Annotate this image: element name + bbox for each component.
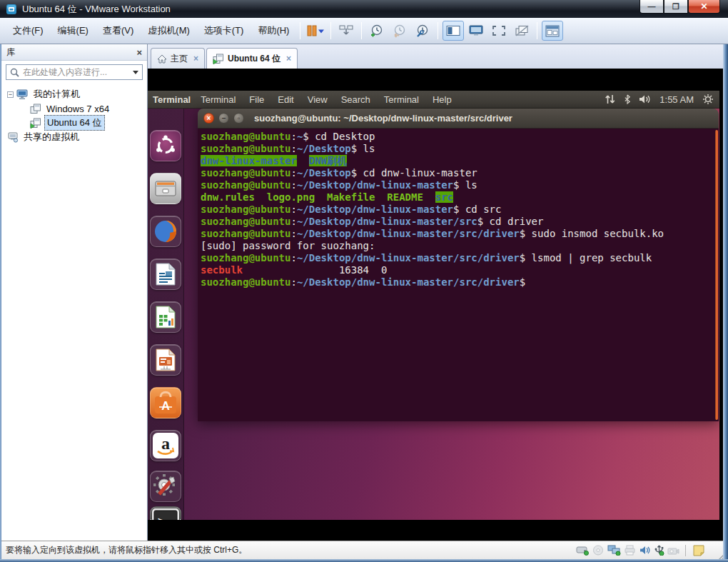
close-button[interactable]: ✕	[688, 0, 720, 14]
library-search-input[interactable]: 在此处键入内容进行...	[6, 64, 143, 80]
vm-tree: −我的计算机 Windows 7 x64 Ubuntu 64 位 共享的虚拟机	[1, 84, 147, 144]
take-snapshot-button[interactable]	[366, 21, 388, 41]
vm-icon	[30, 104, 41, 114]
terminal-minimize-icon[interactable]: –	[218, 113, 229, 124]
tree-item-my-computer[interactable]: −我的计算机	[1, 87, 147, 101]
menu-item-4[interactable]: 选项卡(T)	[197, 21, 251, 41]
launcher-libreoffice-calc-icon[interactable]	[150, 301, 181, 333]
toolbar-separator	[537, 22, 537, 39]
tab-ubuntu[interactable]: Ubuntu 64 位 ×	[206, 48, 298, 69]
vm-running-icon	[213, 54, 224, 64]
network-adapter-icon[interactable]	[607, 545, 621, 556]
home-icon	[157, 54, 167, 64]
maximize-button[interactable]: ❐	[664, 0, 688, 14]
terminal-line: suozhang@ubuntu:~/Desktop/dnw-linux-mast…	[201, 276, 719, 288]
search-icon	[10, 68, 19, 77]
menu-bar: 文件(F)编辑(E)查看(V)虚拟机(M)选项卡(T)帮助(H)	[6, 21, 296, 41]
launcher-libreoffice-impress-icon[interactable]	[150, 344, 181, 376]
launcher-software-center-icon[interactable]: A	[150, 387, 181, 418]
terminal-body[interactable]: suozhang@ubuntu:~$ cd Desktopsuozhang@ub…	[198, 129, 719, 421]
tree-item-windows7[interactable]: Windows 7 x64	[1, 101, 147, 116]
terminal-line: suozhang@ubuntu:~/Desktop/dnw-linux-mast…	[201, 252, 719, 264]
launcher-terminal-icon[interactable]: >_	[150, 506, 181, 520]
terminal-line: suozhang@ubuntu:~/Desktop/dnw-linux-mast…	[201, 228, 719, 240]
terminal-close-icon[interactable]: ×	[203, 113, 214, 124]
pause-button[interactable]	[305, 21, 326, 41]
tree-expander[interactable]: −	[7, 91, 14, 98]
launcher-dash-icon[interactable]	[150, 130, 181, 161]
session-gear-icon[interactable]	[702, 94, 714, 105]
menu-item-5[interactable]: 帮助(H)	[251, 21, 296, 41]
toolbar-separator	[300, 22, 300, 39]
panel-app-title: Terminal	[153, 94, 191, 105]
terminal-line: dnw.rules logo.png Makefile README src	[201, 191, 719, 204]
launcher-system-settings-icon[interactable]	[150, 471, 181, 502]
panel-menu-5[interactable]: Terminal	[384, 94, 419, 105]
tab-close-icon[interactable]: ×	[286, 54, 291, 64]
tab-home[interactable]: 主页 ×	[151, 48, 205, 69]
revert-snapshot-button[interactable]	[389, 21, 410, 41]
panel-menu-4[interactable]: Search	[341, 94, 370, 105]
tree-item-shared-vms[interactable]: 共享的虚拟机	[1, 130, 147, 144]
svg-text:A: A	[161, 400, 170, 412]
window-frame-left	[0, 44, 1, 559]
terminal-line: suozhang@ubuntu:~/Desktop/dnw-linux-mast…	[201, 179, 719, 191]
volume-icon[interactable]	[639, 94, 652, 104]
show-sidebar-button[interactable]	[443, 21, 464, 41]
library-title: 库	[6, 46, 15, 59]
toolbar-buttons	[304, 21, 564, 41]
tab-close-icon[interactable]: ×	[193, 54, 198, 64]
snapshot-manager-button[interactable]	[412, 21, 433, 41]
camera-icon[interactable]	[667, 546, 679, 556]
menu-item-3[interactable]: 虚拟机(M)	[141, 21, 197, 41]
network-updown-icon[interactable]	[605, 94, 616, 104]
menu-item-0[interactable]: 文件(F)	[6, 21, 51, 41]
send-ctrl-alt-del-button[interactable]	[335, 21, 357, 41]
panel-menu-6[interactable]: Help	[433, 94, 452, 105]
fullscreen-button[interactable]	[488, 21, 510, 41]
menu-item-2[interactable]: 查看(V)	[96, 21, 141, 41]
terminal-line: dnw-linux-master DNW刷机	[201, 155, 719, 167]
menu-item-1[interactable]: 编辑(E)	[51, 21, 96, 41]
panel-tray	[605, 94, 659, 104]
terminal-line: secbulk 16384 0	[201, 264, 719, 276]
panel-menu-2[interactable]: Edit	[278, 94, 293, 105]
launcher-firefox-icon[interactable]	[150, 216, 181, 247]
shared-icon	[7, 132, 19, 143]
usb-icon[interactable]	[654, 545, 664, 556]
terminal-maximize-icon[interactable]: ▫	[233, 113, 244, 124]
ubuntu-top-panel: Terminal TerminalFileEditViewSearchTermi…	[148, 91, 719, 109]
tree-item-label: Windows 7 x64	[44, 103, 111, 115]
vm-running-icon	[30, 118, 41, 129]
cd-rom-icon[interactable]	[592, 545, 605, 556]
statusbar-separator	[685, 545, 686, 556]
window-frame-right	[723, 44, 728, 559]
panel-menu-3[interactable]: View	[308, 94, 328, 105]
panel-menus: TerminalFileEditViewSearchTerminalHelp	[201, 94, 465, 105]
terminal-titlebar: × – ▫ suozhang@ubuntu: ~/Desktop/dnw-lin…	[198, 109, 719, 129]
message-log-icon[interactable]	[693, 545, 704, 556]
launcher-files-icon[interactable]	[150, 173, 181, 204]
bluetooth-icon[interactable]	[624, 94, 631, 104]
unity-button[interactable]	[511, 21, 532, 41]
tree-item-ubuntu64[interactable]: Ubuntu 64 位	[1, 116, 147, 130]
terminal-scrollbar[interactable]	[715, 130, 718, 420]
launcher-libreoffice-writer-icon[interactable]	[150, 259, 181, 290]
device-status-icons	[573, 545, 704, 556]
terminal-line: suozhang@ubuntu:~/Desktop/dnw-linux-mast…	[201, 216, 719, 228]
launcher-amazon-icon[interactable]: a	[150, 430, 181, 461]
hard-disk-icon[interactable]	[576, 545, 590, 556]
library-toggle-button[interactable]	[542, 21, 563, 41]
search-placeholder: 在此处键入内容进行...	[23, 66, 131, 79]
panel-menu-1[interactable]: File	[249, 94, 264, 105]
search-dropdown-icon[interactable]	[131, 66, 140, 78]
console-view-button[interactable]	[465, 21, 487, 41]
library-close-icon[interactable]: ×	[136, 48, 142, 57]
minimize-button[interactable]: —	[639, 0, 664, 14]
terminal-title: suozhang@ubuntu: ~/Desktop/dnw-linux-mas…	[254, 113, 512, 124]
panel-menu-0[interactable]: Terminal	[201, 94, 236, 105]
tree-item-label: 共享的虚拟机	[21, 130, 81, 144]
printer-icon[interactable]	[624, 545, 636, 556]
sound-icon[interactable]	[639, 545, 651, 556]
vm-display-area: Terminal TerminalFileEditViewSearchTermi…	[148, 69, 723, 541]
